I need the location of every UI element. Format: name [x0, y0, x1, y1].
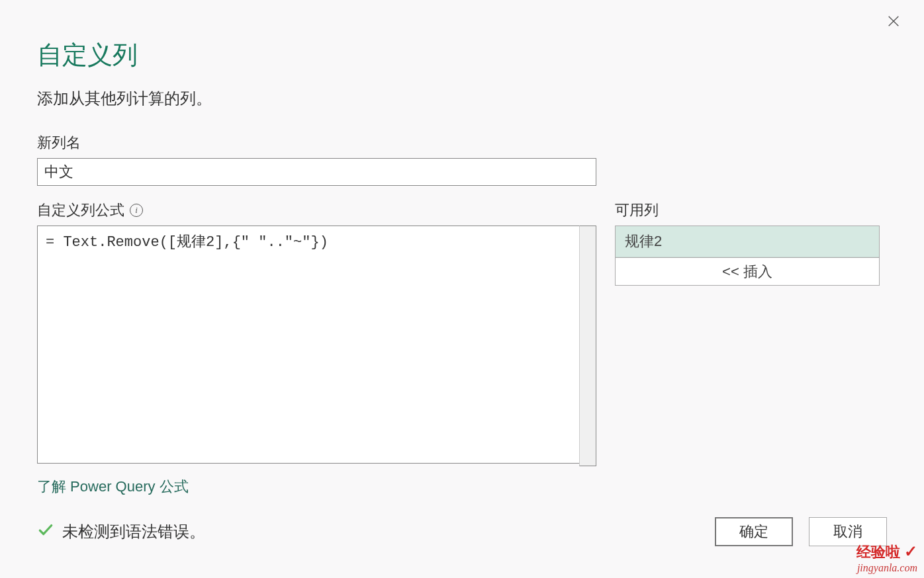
- info-icon[interactable]: i: [130, 204, 143, 217]
- dialog-footer: 未检测到语法错误。 确定 取消: [37, 517, 887, 546]
- ok-button[interactable]: 确定: [715, 517, 793, 546]
- syntax-status: 未检测到语法错误。: [37, 521, 205, 543]
- formula-scrollbar[interactable]: [579, 226, 596, 466]
- available-columns-section: 可用列 规律2 << 插入: [615, 200, 880, 497]
- column-item[interactable]: 规律2: [616, 226, 879, 257]
- check-icon: [37, 521, 54, 543]
- custom-column-dialog: 自定义列 添加从其他列计算的列。 新列名 自定义列公式 i 了解 Power Q…: [0, 0, 924, 578]
- formula-wrapper: [37, 226, 596, 466]
- insert-button[interactable]: << 插入: [615, 258, 880, 286]
- status-text: 未检测到语法错误。: [62, 521, 205, 542]
- dialog-subtitle: 添加从其他列计算的列。: [37, 88, 887, 109]
- formula-label: 自定义列公式 i: [37, 200, 596, 220]
- formula-row: 自定义列公式 i 了解 Power Query 公式 可用列 规律2 << 插入: [37, 200, 887, 497]
- learn-link[interactable]: 了解 Power Query 公式: [37, 477, 189, 497]
- watermark-brand-text: 经验啦: [856, 544, 900, 560]
- close-button[interactable]: [883, 11, 904, 32]
- watermark-site: jingyanla.com: [856, 562, 917, 574]
- dialog-title: 自定义列: [37, 38, 887, 72]
- close-icon: [886, 14, 901, 28]
- formula-column: 自定义列公式 i 了解 Power Query 公式: [37, 200, 596, 497]
- watermark: 经验啦 ✓ jingyanla.com: [856, 542, 917, 574]
- available-label: 可用列: [615, 200, 880, 220]
- newname-label: 新列名: [37, 133, 887, 153]
- newname-input[interactable]: [37, 158, 596, 186]
- formula-input[interactable]: [37, 226, 596, 464]
- formula-label-text: 自定义列公式: [37, 200, 124, 220]
- watermark-brand: 经验啦 ✓: [856, 542, 917, 562]
- available-columns-list: 规律2: [615, 226, 880, 258]
- watermark-check-icon: ✓: [904, 542, 917, 560]
